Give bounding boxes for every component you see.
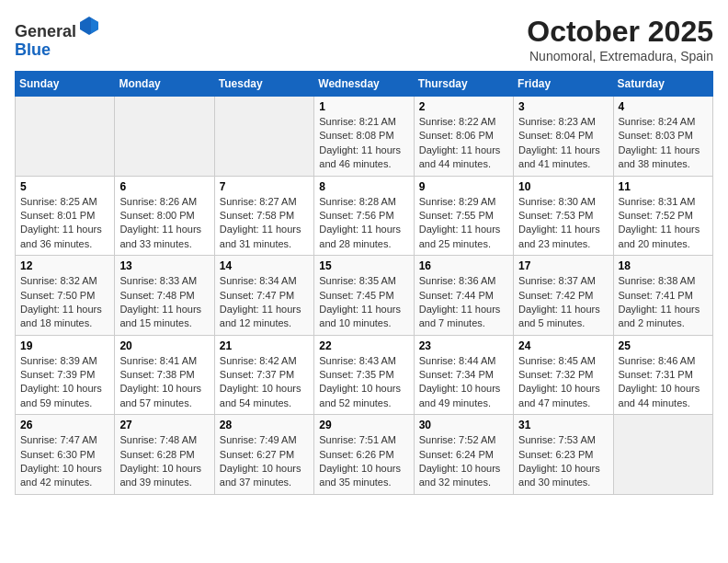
day-info: Sunrise: 7:51 AM Sunset: 6:26 PM Dayligh… <box>319 433 408 490</box>
calendar-cell: 28Sunrise: 7:49 AM Sunset: 6:27 PM Dayli… <box>214 415 313 495</box>
day-header-sunday: Sunday <box>16 72 115 97</box>
week-row-2: 5Sunrise: 8:25 AM Sunset: 8:01 PM Daylig… <box>16 176 713 256</box>
week-row-4: 19Sunrise: 8:39 AM Sunset: 7:39 PM Dayli… <box>16 335 713 415</box>
day-number: 2 <box>419 100 508 113</box>
day-number: 18 <box>619 259 708 272</box>
calendar-cell: 25Sunrise: 8:46 AM Sunset: 7:31 PM Dayli… <box>613 335 712 415</box>
day-number: 31 <box>518 419 608 431</box>
location: Nunomoral, Extremadura, Spain <box>527 49 713 63</box>
calendar-cell: 24Sunrise: 8:45 AM Sunset: 7:32 PM Dayli… <box>514 335 613 415</box>
calendar-cell <box>613 415 712 495</box>
day-number: 13 <box>119 259 209 272</box>
calendar-table: SundayMondayTuesdayWednesdayThursdayFrid… <box>15 71 713 495</box>
day-number: 22 <box>319 339 408 352</box>
days-header-row: SundayMondayTuesdayWednesdayThursdayFrid… <box>16 72 713 97</box>
day-info: Sunrise: 8:39 AM Sunset: 7:39 PM Dayligh… <box>20 354 109 411</box>
calendar-cell: 7Sunrise: 8:27 AM Sunset: 7:58 PM Daylig… <box>214 176 313 256</box>
day-number: 15 <box>319 259 408 272</box>
day-header-thursday: Thursday <box>414 72 513 97</box>
calendar-cell: 3Sunrise: 8:23 AM Sunset: 8:04 PM Daylig… <box>514 97 613 177</box>
day-number: 20 <box>119 339 209 352</box>
calendar-cell: 23Sunrise: 8:44 AM Sunset: 7:34 PM Dayli… <box>414 335 513 415</box>
calendar-cell: 31Sunrise: 7:53 AM Sunset: 6:23 PM Dayli… <box>514 415 613 495</box>
week-row-5: 26Sunrise: 7:47 AM Sunset: 6:30 PM Dayli… <box>16 415 713 495</box>
day-number: 24 <box>518 339 608 352</box>
calendar-cell <box>115 97 214 177</box>
day-number: 8 <box>319 180 408 193</box>
day-info: Sunrise: 8:28 AM Sunset: 7:56 PM Dayligh… <box>319 195 408 252</box>
page-header: General Blue October 2025 Nunomoral, Ext… <box>15 15 713 63</box>
day-number: 26 <box>20 419 109 431</box>
calendar-cell: 2Sunrise: 8:22 AM Sunset: 8:06 PM Daylig… <box>414 97 513 177</box>
calendar-cell: 19Sunrise: 8:39 AM Sunset: 7:39 PM Dayli… <box>16 335 115 415</box>
week-row-1: 1Sunrise: 8:21 AM Sunset: 8:08 PM Daylig… <box>16 97 713 177</box>
day-info: Sunrise: 8:22 AM Sunset: 8:06 PM Dayligh… <box>419 115 508 172</box>
day-info: Sunrise: 8:29 AM Sunset: 7:55 PM Dayligh… <box>419 195 508 252</box>
week-row-3: 12Sunrise: 8:32 AM Sunset: 7:50 PM Dayli… <box>16 256 713 336</box>
calendar-cell: 26Sunrise: 7:47 AM Sunset: 6:30 PM Dayli… <box>16 415 115 495</box>
day-info: Sunrise: 8:46 AM Sunset: 7:31 PM Dayligh… <box>619 354 708 411</box>
day-number: 17 <box>518 259 608 272</box>
day-number: 1 <box>319 100 408 113</box>
calendar-cell: 16Sunrise: 8:36 AM Sunset: 7:44 PM Dayli… <box>414 256 513 336</box>
calendar-cell: 21Sunrise: 8:42 AM Sunset: 7:37 PM Dayli… <box>214 335 313 415</box>
logo-general-text: General <box>15 22 76 40</box>
day-number: 19 <box>20 339 109 352</box>
day-number: 28 <box>220 419 309 431</box>
day-info: Sunrise: 8:35 AM Sunset: 7:45 PM Dayligh… <box>319 274 408 331</box>
day-info: Sunrise: 8:44 AM Sunset: 7:34 PM Dayligh… <box>419 354 508 411</box>
day-number: 9 <box>419 180 508 193</box>
svg-marker-1 <box>91 18 98 33</box>
day-info: Sunrise: 8:31 AM Sunset: 7:52 PM Dayligh… <box>619 195 708 252</box>
calendar-cell: 4Sunrise: 8:24 AM Sunset: 8:03 PM Daylig… <box>613 97 712 177</box>
calendar-cell: 6Sunrise: 8:26 AM Sunset: 8:00 PM Daylig… <box>115 176 214 256</box>
day-info: Sunrise: 8:24 AM Sunset: 8:03 PM Dayligh… <box>619 115 708 172</box>
day-number: 16 <box>419 259 508 272</box>
day-info: Sunrise: 7:47 AM Sunset: 6:30 PM Dayligh… <box>20 433 109 490</box>
calendar-cell: 8Sunrise: 8:28 AM Sunset: 7:56 PM Daylig… <box>314 176 414 256</box>
calendar-cell: 22Sunrise: 8:43 AM Sunset: 7:35 PM Dayli… <box>314 335 414 415</box>
calendar-cell: 5Sunrise: 8:25 AM Sunset: 8:01 PM Daylig… <box>16 176 115 256</box>
calendar-cell: 11Sunrise: 8:31 AM Sunset: 7:52 PM Dayli… <box>613 176 712 256</box>
day-number: 6 <box>119 180 209 193</box>
calendar-cell: 13Sunrise: 8:33 AM Sunset: 7:48 PM Dayli… <box>115 256 214 336</box>
day-number: 11 <box>619 180 708 193</box>
calendar-cell: 20Sunrise: 8:41 AM Sunset: 7:38 PM Dayli… <box>115 335 214 415</box>
day-info: Sunrise: 8:32 AM Sunset: 7:50 PM Dayligh… <box>20 274 109 331</box>
day-info: Sunrise: 8:34 AM Sunset: 7:47 PM Dayligh… <box>220 274 309 331</box>
day-info: Sunrise: 8:25 AM Sunset: 8:01 PM Dayligh… <box>20 195 109 252</box>
day-info: Sunrise: 8:43 AM Sunset: 7:35 PM Dayligh… <box>319 354 408 411</box>
day-number: 23 <box>419 339 508 352</box>
logo-blue-text: Blue <box>15 40 51 59</box>
day-info: Sunrise: 8:36 AM Sunset: 7:44 PM Dayligh… <box>419 274 508 331</box>
calendar-cell: 1Sunrise: 8:21 AM Sunset: 8:08 PM Daylig… <box>314 97 414 177</box>
calendar-cell: 17Sunrise: 8:37 AM Sunset: 7:42 PM Dayli… <box>514 256 613 336</box>
calendar-cell: 30Sunrise: 7:52 AM Sunset: 6:24 PM Dayli… <box>414 415 513 495</box>
calendar-cell: 18Sunrise: 8:38 AM Sunset: 7:41 PM Dayli… <box>613 256 712 336</box>
day-number: 30 <box>419 419 508 431</box>
day-number: 4 <box>619 100 708 113</box>
day-number: 27 <box>119 419 209 431</box>
calendar-cell: 9Sunrise: 8:29 AM Sunset: 7:55 PM Daylig… <box>414 176 513 256</box>
day-info: Sunrise: 7:52 AM Sunset: 6:24 PM Dayligh… <box>419 433 508 490</box>
logo: General Blue <box>15 15 100 60</box>
day-number: 14 <box>220 259 309 272</box>
month-title: October 2025 <box>527 15 713 49</box>
day-info: Sunrise: 8:42 AM Sunset: 7:37 PM Dayligh… <box>220 354 309 411</box>
calendar-cell <box>16 97 115 177</box>
day-header-tuesday: Tuesday <box>214 72 313 97</box>
day-number: 7 <box>220 180 309 193</box>
day-number: 5 <box>20 180 109 193</box>
day-info: Sunrise: 8:26 AM Sunset: 8:00 PM Dayligh… <box>119 195 209 252</box>
day-header-monday: Monday <box>115 72 214 97</box>
day-number: 29 <box>319 419 408 431</box>
day-number: 3 <box>518 100 608 113</box>
day-info: Sunrise: 8:45 AM Sunset: 7:32 PM Dayligh… <box>518 354 608 411</box>
calendar-cell: 15Sunrise: 8:35 AM Sunset: 7:45 PM Dayli… <box>314 256 414 336</box>
day-header-friday: Friday <box>514 72 613 97</box>
day-info: Sunrise: 8:23 AM Sunset: 8:04 PM Dayligh… <box>518 115 608 172</box>
day-info: Sunrise: 7:48 AM Sunset: 6:28 PM Dayligh… <box>119 433 209 490</box>
day-header-saturday: Saturday <box>613 72 712 97</box>
title-block: October 2025 Nunomoral, Extremadura, Spa… <box>527 15 713 63</box>
day-header-wednesday: Wednesday <box>314 72 414 97</box>
